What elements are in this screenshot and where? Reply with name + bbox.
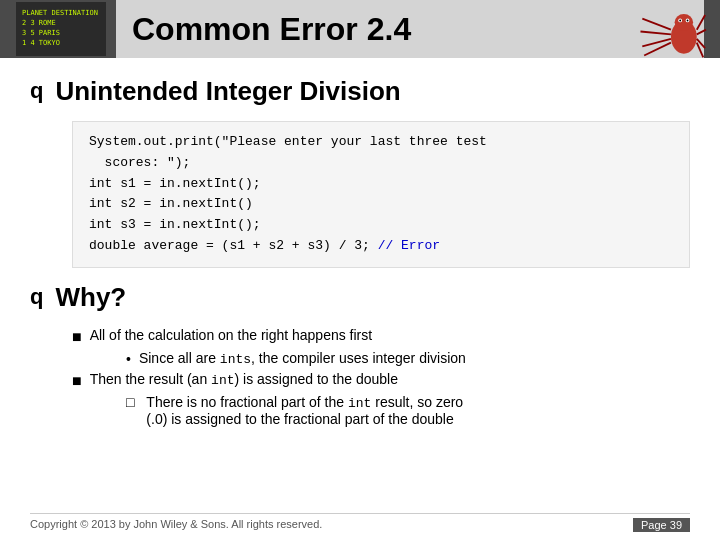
why-item-2: • Since all are ints, the compiler uses … [108, 350, 690, 367]
why-content: ■ All of the calculation on the right ha… [72, 327, 690, 427]
header: PLANET DESTINATION 2 3 ROME 3 5 PARIS 1 … [0, 0, 720, 58]
page-title: Common Error 2.4 [116, 0, 704, 58]
svg-point-1 [675, 14, 693, 31]
section-2: q Why? [30, 282, 690, 313]
dot-bullet-1: • [126, 351, 131, 367]
section-1: q Unintended Integer Division [30, 76, 690, 107]
svg-line-6 [642, 19, 671, 30]
section1-bullet: q [30, 78, 43, 104]
svg-line-11 [697, 30, 706, 35]
section2-title: Why? [55, 282, 126, 313]
code-block: System.out.print("Please enter your last… [72, 121, 690, 268]
small-square-bullet: □ [126, 394, 138, 410]
code-thumbnail: PLANET DESTINATION 2 3 ROME 3 5 PARIS 1 … [16, 2, 106, 56]
spider-icon [630, 2, 710, 62]
svg-line-7 [640, 32, 670, 35]
svg-point-4 [679, 20, 681, 22]
why-item-4: □ There is no fractional part of the int… [126, 394, 690, 427]
main-content: q Unintended Integer Division System.out… [0, 58, 720, 441]
why-item-3: ■ Then the result (an int) is assigned t… [72, 371, 690, 390]
svg-line-10 [697, 15, 705, 30]
svg-point-5 [687, 20, 689, 22]
why-item-1: ■ All of the calculation on the right ha… [72, 327, 690, 346]
copyright-text: Copyright © 2013 by John Wiley & Sons. A… [30, 518, 322, 532]
square-bullet-1: ■ [72, 328, 82, 346]
section1-title: Unintended Integer Division [55, 76, 400, 107]
square-bullet-2: ■ [72, 372, 82, 390]
page-number: Page 39 [633, 518, 690, 532]
footer: Copyright © 2013 by John Wiley & Sons. A… [30, 513, 690, 532]
section2-bullet: q [30, 284, 43, 310]
